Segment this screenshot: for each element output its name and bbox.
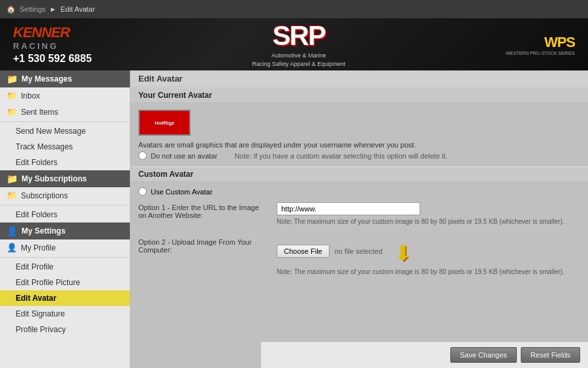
sidebar-item-subscriptions[interactable]: 📁 Subscriptions (0, 187, 130, 204)
url-input[interactable] (277, 202, 420, 215)
sidebar-item-track-messages[interactable]: Track Messages (0, 139, 130, 155)
sidebar-item-edit-folders-subs[interactable]: Edit Folders (0, 207, 130, 222)
no-avatar-label: Do not use an avatar (151, 152, 217, 160)
current-avatar-section-title: Your Current Avatar (131, 87, 588, 103)
home-icon[interactable]: 🏠 (7, 5, 16, 14)
top-navigation: 🏠 Settings ► Edit Avatar (0, 0, 588, 18)
my-subscriptions-header: 📁 My Subscriptions (0, 170, 130, 187)
scrollable-content: Edit Avatar Your Current Avatar HotRigz … (131, 70, 588, 368)
use-custom-row: Use Custom Avatar (138, 187, 580, 196)
sidebar: 📁 My Messages 📁 Inbox 📁 Sent Items Send … (0, 70, 131, 368)
no-avatar-note: Note: if you have a custom avatar select… (234, 152, 448, 160)
avatar-display: HotRigz (138, 110, 580, 136)
sidebar-item-edit-signature[interactable]: Edit Signature (0, 306, 130, 322)
sidebar-item-inbox[interactable]: 📁 Inbox (0, 87, 130, 104)
kenner-name: Kenner (13, 24, 92, 41)
sent-icon: 📁 (7, 107, 17, 117)
avatar-description: Avatars are small graphics that are disp… (138, 141, 580, 149)
breadcrumb-separator: ► (50, 5, 57, 13)
banner-left: Kenner RACING +1 530 592 6885 (13, 24, 92, 65)
settings-folder-icon: 👤 (7, 226, 18, 236)
sidebar-item-sent[interactable]: 📁 Sent Items (0, 104, 130, 120)
use-custom-radio[interactable] (138, 187, 147, 196)
profile-icon: 👤 (7, 243, 17, 253)
main-layout: 📁 My Messages 📁 Inbox 📁 Sent Items Send … (0, 70, 588, 368)
racing-label: RACING (13, 41, 92, 51)
banner-tagline: Automotive & Marine Racing Safety Appare… (252, 52, 345, 68)
avatar-image: HotRigz (138, 110, 191, 136)
my-messages-header: 📁 My Messages (0, 70, 130, 87)
sidebar-item-edit-profile[interactable]: Edit Profile (0, 259, 130, 275)
current-page-label: Edit Avatar (61, 5, 95, 13)
wps-logo: WPS (544, 34, 575, 51)
sidebar-item-edit-folders-messages[interactable]: Edit Folders (0, 155, 130, 170)
option2-content: Choose File no file selected ⬇ Note: The… (277, 237, 580, 275)
my-settings-header: 👤 My Settings (0, 222, 130, 239)
content-header: Edit Avatar (131, 70, 588, 87)
save-changes-button[interactable]: Save Changes (450, 347, 517, 363)
custom-avatar-body: Use Custom Avatar Option 1 - Enter the U… (131, 182, 588, 292)
no-file-text: no file selected (335, 247, 382, 255)
wps-subtitle: WESTERN PRO-STOCK SERIES (506, 51, 575, 55)
phone-number: +1 530 592 6885 (13, 53, 92, 65)
sidebar-item-my-profile[interactable]: 👤 My Profile (0, 239, 130, 256)
arrow-down-icon: ⬇ (394, 241, 412, 266)
no-avatar-row: Do not use an avatar Note: if you have a… (138, 151, 580, 160)
srp-logo: SRP (252, 20, 345, 52)
banner: Kenner RACING +1 530 592 6885 SRP Automo… (0, 18, 588, 70)
sidebar-item-profile-privacy[interactable]: Profile Privacy (0, 322, 130, 337)
option2-label: Option 2 - Upload Image From Your Comput… (138, 237, 269, 254)
option1-row: Option 1 - Enter the URL to the Image on… (138, 202, 580, 230)
subscriptions-icon: 📁 (7, 191, 17, 200)
content-area: Edit Avatar Your Current Avatar HotRigz … (131, 70, 588, 368)
subscriptions-folder-icon: 📁 (7, 174, 18, 184)
banner-right: WPS WESTERN PRO-STOCK SERIES (506, 34, 575, 55)
inbox-icon: 📁 (7, 91, 17, 100)
option1-content: Note: The maximum size of your custom im… (277, 202, 580, 225)
use-custom-label: Use Custom Avatar (151, 188, 213, 196)
settings-link[interactable]: Settings (20, 5, 46, 13)
bottom-action-bar: Save Changes Reset Fields (261, 341, 588, 368)
reset-fields-button[interactable]: Reset Fields (521, 347, 580, 363)
file-row: Choose File no file selected ⬇ (277, 237, 580, 266)
sidebar-item-edit-avatar[interactable]: Edit Avatar (0, 290, 130, 306)
sidebar-item-edit-profile-picture[interactable]: Edit Profile Picture (0, 275, 130, 290)
option1-note: Note: The maximum size of your custom im… (277, 218, 577, 225)
custom-avatar-section-title: Custom Avatar (131, 166, 588, 182)
option1-label: Option 1 - Enter the URL to the Image on… (138, 202, 269, 219)
banner-center: SRP Automotive & Marine Racing Safety Ap… (252, 20, 345, 68)
messages-folder-icon: 📁 (7, 74, 18, 84)
option2-note: Note: The maximum size of your custom im… (277, 268, 577, 275)
choose-file-button[interactable]: Choose File (277, 245, 330, 258)
no-avatar-radio[interactable] (138, 151, 147, 160)
current-avatar-body: HotRigz Avatars are small graphics that … (131, 103, 588, 166)
sidebar-item-send-message[interactable]: Send New Message (0, 123, 130, 139)
option2-row: Option 2 - Upload Image From Your Comput… (138, 237, 580, 281)
